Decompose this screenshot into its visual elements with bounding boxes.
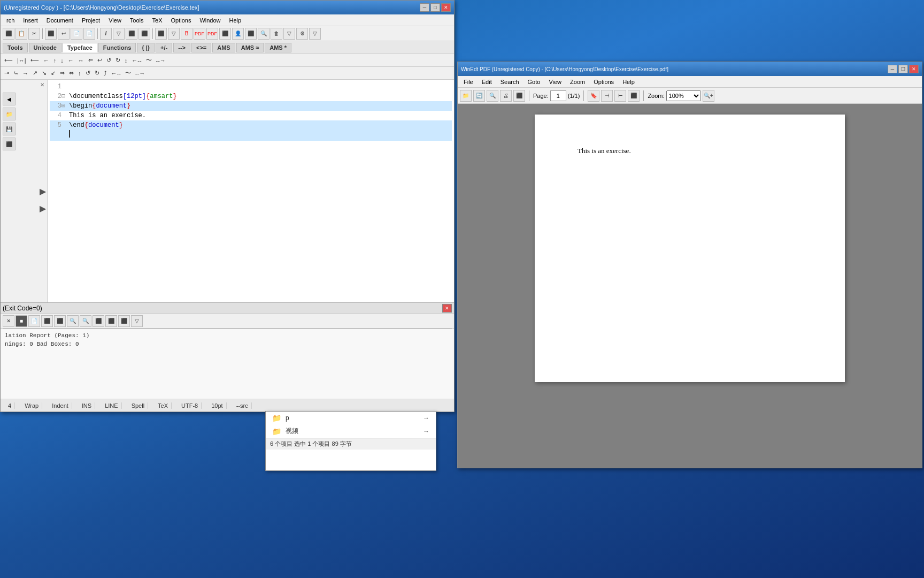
pdf-menu-search[interactable]: Search [497, 77, 523, 87]
tab-brackets[interactable]: { |} [137, 43, 155, 52]
toolbar-icon-5[interactable]: ↩ [58, 28, 70, 40]
toolbar-icon-15[interactable]: ⬛ [245, 28, 257, 40]
pdf-menu-file[interactable]: File [460, 77, 477, 87]
arr2-13[interactable]: ←-- [110, 70, 122, 77]
console-tb-4[interactable]: ⬛ [41, 315, 53, 327]
arr-11[interactable]: ↺ [105, 56, 113, 64]
arr2-4[interactable]: ↗ [31, 69, 39, 77]
toolbar-icon-12[interactable]: ▽ [168, 28, 180, 40]
arr-5[interactable]: ↑ [52, 57, 58, 64]
pdf-menu-help[interactable]: Help [619, 77, 638, 87]
pdf-menu-options[interactable]: Options [590, 77, 618, 87]
pdf-tb-bookmark[interactable]: 🔖 [588, 90, 599, 102]
arr2-7[interactable]: ⇒ [58, 69, 66, 77]
code-editor[interactable]: 1 2 ⊟ \documentclass[12pt]{amsart} [48, 80, 454, 302]
menu-options[interactable]: Options [167, 16, 195, 25]
arr2-9[interactable]: ↑ [76, 70, 83, 77]
toolbar-icon-6[interactable]: 📄 [71, 28, 82, 40]
toolbar-icon-19[interactable]: ▽ [309, 28, 321, 40]
arr-6[interactable]: ↓ [59, 57, 65, 64]
toolbar-icon-3[interactable]: ✂ [28, 28, 40, 40]
console-close-button[interactable]: ✕ [442, 304, 452, 313]
toolbar-search[interactable]: 🔍 [258, 28, 270, 40]
code-text-2[interactable]: \documentclass[12pt]{amsart} [69, 92, 452, 101]
close-button[interactable]: ✕ [441, 3, 451, 12]
arr-12[interactable]: ↻ [114, 56, 122, 64]
console-tb-2[interactable]: ■ [16, 315, 27, 327]
tab-ams[interactable]: AMS [212, 43, 235, 52]
expand-2[interactable]: ⊟ [61, 92, 69, 101]
side-icon-3[interactable]: 💾 [3, 123, 16, 135]
toolbar-icon-pdf[interactable]: PDF [194, 28, 205, 40]
arr2-6[interactable]: ↙ [49, 69, 57, 77]
tab-plusminus[interactable]: +/- [156, 43, 172, 52]
arr2-1[interactable]: ⊸ [3, 69, 11, 77]
pdf-menu-zoom[interactable]: Zoom [566, 77, 589, 87]
arr-9[interactable]: ⇐ [87, 56, 95, 64]
code-text-5[interactable]: \end{document} [69, 120, 452, 130]
pdf-tb-nav-3[interactable]: ⬛ [628, 90, 640, 102]
menu-insert[interactable]: Insert [19, 16, 42, 25]
arr-7[interactable]: ← [66, 57, 75, 64]
code-text-6[interactable] [69, 130, 452, 141]
menu-tex[interactable]: TeX [149, 16, 166, 25]
menu-view[interactable]: View [105, 16, 125, 25]
console-tb-7[interactable]: ⬛ [93, 315, 104, 327]
toolbar-icon-18[interactable]: ⚙ [296, 28, 308, 40]
expand-3[interactable]: ⊟ [61, 101, 69, 111]
menu-help[interactable]: Help [226, 16, 245, 25]
code-text-3[interactable]: \begin{document} [69, 101, 452, 111]
toolbar-icon-14[interactable]: 👤 [232, 28, 244, 40]
console-tb-8[interactable]: ⬛ [105, 315, 117, 327]
pdf-tb-print[interactable]: 🖨 [500, 90, 512, 102]
arr-10[interactable]: ↩ [96, 56, 104, 64]
pdf-tb-3[interactable]: 🔍 [487, 90, 498, 102]
side-icon-4[interactable]: ⬛ [3, 138, 16, 150]
code-text-4[interactable]: This is an exercise. [69, 111, 452, 120]
panel-nav-arrow[interactable]: ▶ [40, 186, 46, 196]
console-search[interactable]: 🔍 [67, 315, 79, 327]
file-row-1[interactable]: 📁 p → [266, 412, 436, 424]
console-tb-10[interactable]: ▽ [131, 315, 143, 327]
pdf-restore-button[interactable]: ❐ [898, 65, 908, 73]
pdf-menu-view[interactable]: View [545, 77, 565, 87]
toolbar-icon-9[interactable]: ⬛ [126, 28, 137, 40]
tab-cmpops[interactable]: <>= [191, 43, 211, 52]
tab-ams3[interactable]: AMS * [265, 43, 291, 52]
pdf-tb-nav-2[interactable]: ⊢ [614, 90, 626, 102]
code-content[interactable]: 1 2 ⊟ \documentclass[12pt]{amsart} [48, 80, 454, 302]
pdf-page-input[interactable] [550, 90, 566, 101]
console-tb-5[interactable]: ⬛ [54, 315, 66, 327]
arr2-2[interactable]: ⤿ [12, 69, 20, 77]
tab-arrow[interactable]: --> [173, 43, 190, 52]
arr-1[interactable]: ⟵ [3, 56, 14, 64]
side-icon-1[interactable]: ◀ [3, 93, 16, 105]
pdf-zoom-select[interactable]: 100% 50% 75% 150% 200% [666, 90, 701, 101]
arr-15[interactable]: 〜 [144, 56, 153, 65]
toolbar-icon-red[interactable]: B [181, 28, 192, 40]
toolbar-icon-17[interactable]: ▽ [283, 28, 295, 40]
toolbar-icon-1[interactable]: ⬛ [3, 28, 14, 40]
pdf-zoom-in[interactable]: 🔍+ [703, 90, 714, 102]
toolbar-icon-8[interactable]: ▽ [113, 28, 125, 40]
toolbar-icon-11[interactable]: ⬛ [155, 28, 167, 40]
file-row-2[interactable]: 📁 视频 → [266, 424, 436, 438]
menu-document[interactable]: Document [43, 16, 77, 25]
pdf-close-button[interactable]: ✕ [909, 65, 919, 73]
console-tb-6[interactable]: 🔍 [80, 315, 91, 327]
toolbar-icon-4[interactable]: ⬛ [45, 28, 57, 40]
arr2-15[interactable]: --→ [134, 70, 147, 77]
pdf-menu-goto[interactable]: Goto [524, 77, 544, 87]
pdf-minimize-button[interactable]: ─ [888, 65, 897, 73]
arr-3[interactable]: ⟵ [29, 56, 41, 64]
arr2-12[interactable]: ⤴ [102, 70, 109, 77]
arr2-10[interactable]: ↺ [84, 69, 92, 77]
tab-functions[interactable]: Functions [98, 43, 136, 52]
tab-typeface[interactable]: Typeface [63, 43, 97, 52]
arr-8[interactable]: ↔ [76, 57, 86, 64]
toolbar-icon-2[interactable]: 📋 [16, 28, 27, 40]
console-tb-9[interactable]: ⬛ [118, 315, 130, 327]
toolbar-icon-10[interactable]: ⬛ [138, 28, 150, 40]
arr-13[interactable]: ↕ [123, 57, 129, 64]
maximize-button[interactable]: □ [430, 3, 440, 12]
